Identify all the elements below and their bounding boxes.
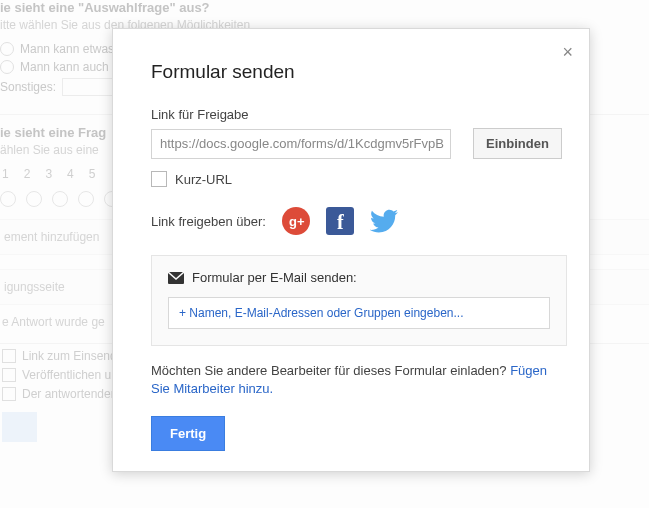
modal-title: Formular senden [151,61,567,83]
share-via-label: Link freigeben über: [151,214,266,229]
email-send-box: Formular per E-Mail senden: + Namen, E-M… [151,255,567,346]
link-label: Link für Freigabe [151,107,567,122]
share-link-input[interactable]: https://docs.google.com/forms/d/1Kcdgmv5… [151,129,451,159]
email-send-label: Formular per E-Mail senden: [192,270,357,285]
invite-question: Möchten Sie andere Bearbeiter für dieses… [151,362,567,398]
google-plus-icon[interactable]: g+ [282,207,310,235]
close-icon[interactable]: × [558,39,577,65]
embed-button[interactable]: Einbinden [473,128,562,159]
svg-text:g+: g+ [289,214,305,229]
short-url-label: Kurz-URL [175,172,232,187]
done-button[interactable]: Fertig [151,416,225,451]
twitter-icon[interactable] [370,207,398,235]
send-form-modal: × Formular senden Link für Freigabe http… [112,28,590,472]
svg-text:f: f [337,211,344,233]
email-recipients-input[interactable]: + Namen, E-Mail-Adressen oder Gruppen ei… [168,297,550,329]
mail-icon [168,272,184,284]
facebook-icon[interactable]: f [326,207,354,235]
short-url-checkbox[interactable] [151,171,167,187]
